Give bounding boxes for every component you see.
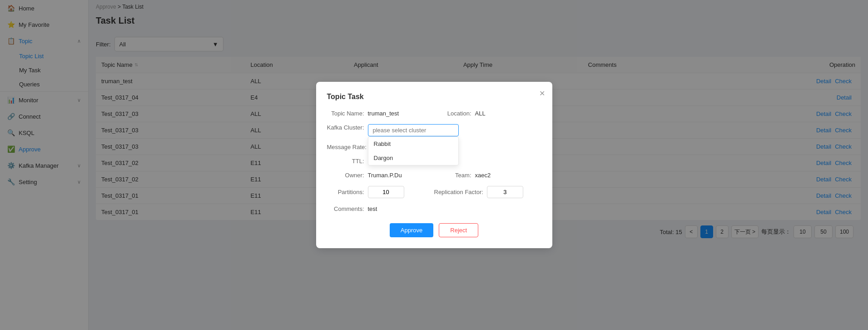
topic-name-value: truman_test: [368, 110, 399, 117]
partitions-label: Partitions:: [327, 189, 368, 195]
partitions-input[interactable]: [368, 186, 404, 198]
modal-overlay[interactable]: Topic Task ✕ Topic Name: truman_test Loc…: [0, 0, 868, 330]
location-label: Location:: [434, 110, 475, 117]
form-field-location: Location: ALL: [434, 110, 541, 117]
kafka-cluster-input[interactable]: [368, 124, 459, 136]
form-row-kafka-cluster: Kafka Cluster: Rabbit Dargon: [327, 124, 541, 136]
form-field-kafka-cluster: Kafka Cluster: Rabbit Dargon: [327, 124, 541, 136]
replication-factor-label: Replication Factor:: [434, 189, 487, 195]
form-row-comments: Comments: test: [327, 205, 541, 212]
owner-value: Truman.P.Du: [368, 172, 402, 179]
form-field-team: Team: xaec2: [434, 172, 541, 179]
modal-title: Topic Task: [327, 93, 541, 101]
dropdown-item-dargon[interactable]: Dargon: [368, 151, 458, 165]
form-field-topic-name: Topic Name: truman_test: [327, 110, 434, 117]
reject-button[interactable]: Reject: [439, 223, 478, 237]
approve-button[interactable]: Approve: [390, 223, 433, 237]
location-value: ALL: [475, 110, 486, 117]
form-row-owner: Owner: Truman.P.Du Team: xaec2: [327, 172, 541, 179]
message-rate-label: Message Rate:: [327, 144, 370, 150]
kafka-cluster-select-wrap: Rabbit Dargon: [368, 124, 459, 136]
comments-value: test: [368, 205, 377, 212]
modal-footer: Approve Reject: [327, 223, 541, 237]
owner-label: Owner:: [327, 172, 368, 179]
form-field-partitions: Partitions:: [327, 186, 434, 198]
kafka-cluster-dropdown: Rabbit Dargon: [368, 136, 459, 165]
form-field-replication-factor: Replication Factor:: [434, 186, 541, 198]
kafka-cluster-label: Kafka Cluster:: [327, 124, 368, 131]
form-row-topic: Topic Name: truman_test Location: ALL: [327, 110, 541, 117]
ttl-label: TTL:: [327, 158, 368, 165]
comments-label: Comments:: [327, 205, 368, 212]
dropdown-item-rabbit[interactable]: Rabbit: [368, 137, 458, 151]
topic-name-label: Topic Name:: [327, 110, 368, 117]
team-value: xaec2: [475, 172, 491, 179]
topic-task-modal: Topic Task ✕ Topic Name: truman_test Loc…: [316, 82, 552, 248]
form-field-owner: Owner: Truman.P.Du: [327, 172, 434, 179]
modal-close-button[interactable]: ✕: [539, 89, 545, 98]
form-row-partitions: Partitions: Replication Factor:: [327, 186, 541, 198]
team-label: Team:: [434, 172, 475, 179]
form-field-comments: Comments: test: [327, 205, 541, 212]
replication-factor-input[interactable]: [487, 186, 523, 198]
